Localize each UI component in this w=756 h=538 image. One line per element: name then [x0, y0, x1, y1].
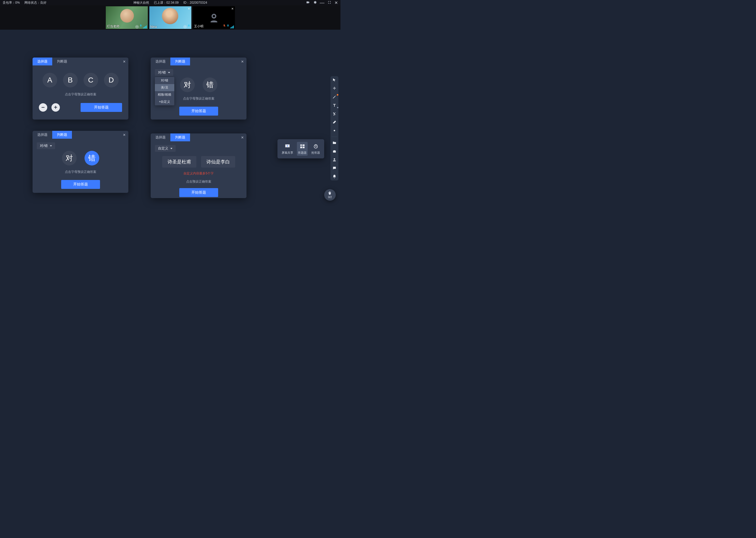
answer-panel-tf-dropdown: 选择题 判断题 ✕ 对/错 对/错 美/丑 精致/粗糙 +自定义 对 错 点击字… [151, 58, 247, 120]
svg-point-1 [213, 15, 215, 17]
dropdown-value: 对/错 [158, 70, 166, 75]
laser-pointer-icon[interactable] [332, 128, 337, 133]
cursor-tool-icon[interactable] [332, 78, 337, 82]
camera-off-icon [208, 12, 220, 24]
mic-muted-icon[interactable] [223, 24, 226, 28]
view-icon[interactable] [135, 25, 139, 28]
option-c[interactable]: C [83, 73, 98, 87]
tab-truefalse[interactable]: 判断题 [52, 131, 72, 139]
chat-icon[interactable] [332, 166, 337, 171]
close-icon[interactable]: ✕ [231, 7, 234, 11]
folder-icon[interactable] [332, 140, 337, 145]
screen-share-button[interactable]: 屏幕共享 [281, 142, 294, 156]
dropdown-item[interactable]: 精致/粗糙 [155, 91, 174, 98]
view-icon[interactable] [183, 25, 187, 28]
option-true[interactable]: 对 [62, 151, 77, 166]
pen-tool-icon[interactable] [332, 94, 337, 99]
close-icon[interactable]: ✕ [334, 0, 338, 5]
session-time-label: 已上课：02:34:09 [154, 1, 179, 5]
participant-tile[interactable]: 叮当老师 [106, 6, 148, 29]
dropdown-value: 自定义 [158, 146, 168, 151]
svg-rect-7 [300, 146, 302, 148]
answer-panel-choice: 选择题 判断题 ✕ A B C D 点击字母预设正确答案 − + 开始答题 [32, 58, 128, 120]
svg-point-3 [334, 130, 335, 131]
signal-bars-icon [143, 26, 147, 28]
hint-text: 点击预设正确答案 [151, 180, 247, 184]
main-area: 选择题 判断题 ✕ A B C D 点击字母预设正确答案 − + 开始答题 选择… [0, 30, 341, 243]
mic-icon[interactable] [139, 24, 142, 28]
buzz-tool-button[interactable]: 抢答器 [310, 142, 321, 156]
start-answer-button[interactable]: 开始答题 [179, 107, 218, 116]
gear-icon[interactable] [313, 1, 316, 5]
participant-tile[interactable]: ✕ 王小明 [193, 6, 235, 29]
raise-hand-count: 0/2 [328, 196, 332, 198]
hint-text: 点击字母预设正确答案 [32, 170, 128, 174]
popover-label: 屏幕共享 [282, 151, 293, 155]
option-false[interactable]: 错 [203, 78, 217, 92]
tf-type-dropdown[interactable]: 对/错 [155, 69, 173, 76]
participant-tile[interactable]: ✕ Nina [149, 6, 191, 29]
scissors-icon[interactable] [332, 111, 337, 116]
error-hint: 自定义内容最多5个字 [151, 171, 247, 176]
custom-chip-2[interactable]: 诗仙是李白 [201, 156, 235, 168]
start-answer-button[interactable]: 开始答题 [61, 180, 100, 189]
close-icon[interactable]: ✕ [188, 7, 190, 11]
bell-icon[interactable] [332, 174, 337, 179]
tab-choice[interactable]: 选择题 [151, 58, 170, 65]
divider [332, 136, 337, 137]
tf-type-dropdown[interactable]: 对/错 [37, 142, 55, 149]
option-false[interactable]: 错 [84, 151, 99, 166]
dropdown-item[interactable]: 美/丑 [155, 84, 174, 91]
signal-bars-icon [230, 26, 234, 28]
start-answer-button[interactable]: 开始答题 [179, 188, 218, 197]
answer-panel-tf-custom: 选择题 判断题 ✕ 自定义 诗圣是杜甫 诗仙是李白 自定义内容最多5个字 点击预… [151, 134, 247, 198]
svg-text:A: A [301, 144, 302, 146]
remove-option-button[interactable]: − [39, 103, 47, 112]
topbar: 丢包率：0% 网络状态：良好 神秘大自然 已上课：02:34:09 ID：202… [0, 0, 341, 5]
maximize-icon[interactable] [328, 1, 331, 5]
dropdown-item[interactable]: +自定义 [155, 98, 174, 105]
toolbox-icon[interactable] [332, 149, 337, 154]
close-icon[interactable]: ✕ [241, 135, 244, 139]
tf-type-dropdown[interactable]: 自定义 [155, 145, 176, 152]
close-icon[interactable]: ✕ [123, 60, 126, 64]
popover-label: 抢答器 [311, 151, 320, 155]
raise-hand-badge[interactable]: 0/2 [324, 189, 336, 201]
network-status-label: 网络状态：良好 [24, 1, 46, 5]
tab-choice[interactable]: 选择题 [32, 131, 52, 139]
tf-type-dropdown-menu[interactable]: 对/错 美/丑 精致/粗糙 +自定义 [155, 77, 174, 105]
person-icon[interactable] [332, 157, 337, 162]
svg-rect-8 [303, 146, 304, 148]
custom-chip-1[interactable]: 诗圣是杜甫 [162, 156, 196, 168]
move-tool-icon[interactable] [332, 86, 337, 91]
camera-icon[interactable] [306, 1, 310, 5]
video-bar: 叮当老师 ✕ Nina ✕ 王小明 [0, 5, 341, 30]
chevron-down-icon [168, 72, 170, 73]
tab-truefalse[interactable]: 判断题 [52, 58, 72, 65]
start-answer-button[interactable]: 开始答题 [80, 103, 122, 112]
minimize-icon[interactable]: — [320, 1, 324, 4]
mic-icon[interactable] [226, 24, 229, 28]
packet-loss-label: 丢包率：0% [3, 1, 20, 5]
option-d[interactable]: D [104, 73, 118, 87]
tab-truefalse[interactable]: 判断题 [170, 134, 190, 141]
option-b[interactable]: B [63, 73, 78, 87]
room-id-label: ID：2020070324 [183, 1, 207, 5]
tab-choice[interactable]: 选择题 [151, 134, 170, 141]
eraser-tool-icon[interactable] [332, 120, 337, 125]
tab-choice[interactable]: 选择题 [32, 58, 52, 65]
mic-icon[interactable] [187, 24, 190, 28]
hint-text: 点击字母预设正确答案 [32, 92, 128, 97]
room-title: 神秘大自然 [133, 1, 149, 5]
right-toolbar [330, 76, 338, 181]
svg-rect-6 [303, 144, 304, 146]
answer-tool-button[interactable]: A 答题器 [297, 142, 307, 156]
tab-truefalse[interactable]: 判断题 [170, 58, 190, 65]
dropdown-item[interactable]: 对/错 [155, 77, 174, 84]
text-tool-icon[interactable] [332, 103, 337, 108]
option-true[interactable]: 对 [180, 78, 195, 92]
close-icon[interactable]: ✕ [241, 60, 244, 64]
close-icon[interactable]: ✕ [123, 133, 126, 137]
option-a[interactable]: A [42, 73, 57, 87]
add-option-button[interactable]: + [51, 103, 60, 112]
